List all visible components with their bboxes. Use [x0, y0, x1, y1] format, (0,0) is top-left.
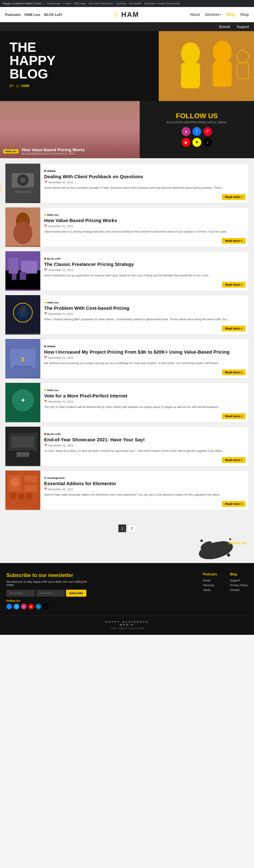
post-tag: BLCK LOFI [44, 257, 61, 260]
svg-point-49 [227, 554, 230, 557]
services-dropdown-icon: ▾ [220, 13, 221, 16]
pinterest-icon[interactable]: P [203, 127, 212, 136]
footer-tiktok-icon[interactable]: ♪ [43, 604, 49, 609]
footer-link-privacy[interactable]: Privacy Policy [230, 584, 248, 587]
admin-site-name[interactable]: Happy Accidents Media | HAM [3, 2, 41, 5]
footer-link-support[interactable]: Support [230, 579, 248, 582]
read-more-button[interactable]: Read more » [222, 413, 246, 419]
back-to-top-link[interactable]: Back to Top ↑ [229, 541, 249, 545]
post-image-bg: ✦ [5, 383, 40, 422]
post-date: 📅 December 31, 2021 [44, 444, 245, 447]
snapchat-icon[interactable]: ▼ [192, 138, 201, 147]
subscribe-button[interactable]: Subscribe [66, 590, 86, 597]
secondary-nav: Brands Support [0, 22, 254, 31]
post-thumbnail [5, 208, 40, 247]
read-more-button[interactable]: Read more » [222, 194, 246, 200]
instagram-icon[interactable]: ● [182, 127, 191, 136]
post-excerpt: We all know that increasing your project… [44, 361, 245, 366]
post-content: WWKB Dealing With Client Pushback on Que… [40, 164, 249, 203]
admin-customize[interactable]: Customize [47, 2, 61, 5]
svg-rect-38 [25, 475, 37, 482]
read-more-button[interactable]: Read more » [222, 457, 246, 463]
hero-by: BY ☺ HAM [9, 83, 56, 88]
featured-meta: By SparkBy@Gmail.Com | December 31, 2021 [22, 152, 85, 155]
facebook-icon[interactable]: f [192, 127, 201, 136]
post-content: HAM Live Vote for a More Pixel-Perfect I… [40, 383, 249, 422]
nav-podcasts[interactable]: Podcasts [5, 13, 21, 17]
post-thumbnail [5, 295, 40, 335]
nav-blck-lofi[interactable]: BLCK LoFi [44, 13, 62, 17]
tag-dot-icon [44, 258, 46, 259]
footer-link-music[interactable]: Music [203, 579, 217, 582]
newsletter-title: Subscribe to our newsletter [6, 572, 95, 578]
page-2-button[interactable]: 2 [128, 524, 136, 532]
svg-point-10 [20, 178, 25, 183]
footer-col-podcasts: Podcasts Music Services About [203, 572, 217, 609]
admin-edit-page[interactable]: Edit Page [74, 2, 86, 5]
svg-text:$: $ [21, 356, 25, 363]
tag-dot-icon [44, 389, 46, 391]
featured-post-image[interactable]: HAM Live How Value-Based Pricing Works B… [0, 101, 140, 158]
read-more-button[interactable]: Read more » [222, 238, 246, 244]
footer-link-services[interactable]: Services [203, 584, 217, 587]
calendar-icon: 📅 [44, 312, 47, 315]
nav-support[interactable]: Support [236, 25, 249, 29]
calendar-icon: 📅 [44, 356, 47, 359]
admin-template[interactable]: Template: header-footer.php [144, 2, 180, 5]
tag-dot-icon [44, 433, 46, 435]
post-date: 📅 December 31, 2021 [44, 356, 245, 359]
footer-link-contact[interactable]: Contact [230, 588, 248, 592]
footer-twitter-icon[interactable]: t [14, 604, 19, 609]
table-row: BLCK LOFI End-of-Year Showcase 2021: Hav… [5, 426, 249, 466]
admin-ad-health[interactable]: Ad Health [129, 2, 141, 5]
tag-dot-icon [44, 170, 46, 172]
post-image-bg [5, 164, 40, 203]
table-row: ✦ HAM Live Vote for a More Pixel-Perfect… [5, 382, 249, 423]
footer-link-about[interactable]: About [203, 588, 217, 592]
admin-elementor[interactable]: Edit with Elementor [89, 2, 113, 5]
post-tag: WWKB [44, 345, 56, 348]
footer-copyright: ©2021 Happy Accidents Media [6, 627, 248, 630]
nav-blog[interactable]: Blog [226, 12, 235, 17]
svg-point-3 [213, 41, 232, 63]
youtube-icon[interactable]: ▶ [182, 138, 191, 147]
footer: Subscribe to our newsletter We want you … [0, 563, 254, 635]
admin-new[interactable]: + New [63, 2, 71, 5]
svg-point-24 [20, 306, 26, 313]
read-more-button[interactable]: Read more » [222, 326, 246, 331]
footer-facebook-icon[interactable]: f [6, 604, 12, 609]
footer-linkedin-icon[interactable]: in [36, 604, 41, 609]
post-excerpt: Value-based price is a pricing strategy … [44, 230, 245, 234]
footer-youtube-icon[interactable]: ▶ [28, 604, 34, 609]
nav-shop[interactable]: Shop [240, 12, 249, 17]
logo-text: HAM [121, 10, 139, 19]
table-row: HAM Live How Value-Based Pricing Works 📅… [5, 207, 249, 247]
nav-about[interactable]: About [190, 12, 200, 17]
admin-caching[interactable]: Caching [116, 2, 126, 5]
read-more-button[interactable]: Read more » [222, 282, 246, 287]
newsletter-firstname-input[interactable] [6, 590, 35, 597]
logo-smiley-icon: ☺ [113, 11, 120, 18]
post-date: 📅 December 31, 2021 [44, 400, 245, 403]
site-logo[interactable]: ☺ HAM [113, 10, 139, 19]
read-more-button[interactable]: Read more » [222, 370, 246, 375]
post-title: Essential Addons for Elementor [44, 481, 245, 487]
calendar-icon: 📅 [44, 225, 47, 227]
post-content: BLCK LOFI The Classic Freelancer Pricing… [40, 251, 249, 291]
calendar-icon: 📅 [44, 269, 47, 271]
post-tag: HAM Live [44, 301, 58, 304]
admin-bar: Happy Accidents Media | HAM | Customize … [0, 0, 254, 7]
nav-services[interactable]: Services ▾ [205, 12, 221, 17]
post-thumbnail [5, 164, 40, 203]
admin-sep: | [43, 2, 44, 5]
tiktok-icon[interactable]: ♪ [203, 138, 212, 147]
ink-splatter-decoration [197, 534, 235, 563]
newsletter-lastname-input[interactable] [36, 590, 65, 597]
footer-instagram-icon[interactable]: ● [21, 604, 27, 609]
page-1-button[interactable]: 1 [118, 524, 126, 532]
read-more-button[interactable]: Read more » [222, 501, 246, 507]
blog-posts-section: WWKB Dealing With Client Pushback on Que… [0, 158, 254, 519]
nav-brands[interactable]: Brands [219, 25, 230, 29]
nav-ham-live[interactable]: HAM Live [25, 13, 40, 17]
calendar-icon: 📅 [44, 488, 47, 491]
